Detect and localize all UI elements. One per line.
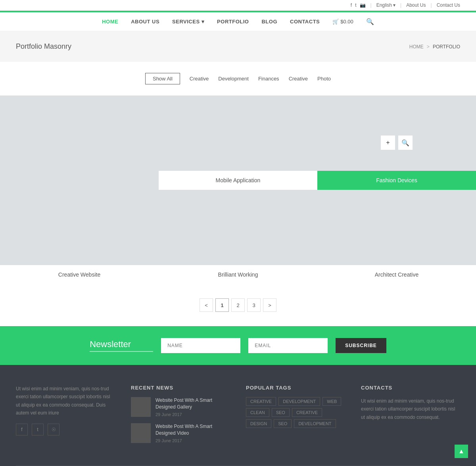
cart[interactable]: 🛒 $0.00 <box>332 19 353 25</box>
footer-recent-news-col: RECENT NEWS Website Post With A Smart De… <box>131 385 230 449</box>
newsletter-title: Newsletter <box>90 339 153 352</box>
divider2: | <box>400 2 401 8</box>
page-btn-2[interactable]: 2 <box>231 298 245 312</box>
news-date-2: 29 June 2017 <box>155 438 230 443</box>
filter-finances[interactable]: Finances <box>258 76 279 82</box>
overlay-search-btn[interactable]: 🔍 <box>398 136 413 150</box>
language-selector[interactable]: English ▾ <box>376 2 395 8</box>
subscribe-button[interactable]: SUBSCRIBE <box>336 338 386 353</box>
filter-creative-2[interactable]: Creative <box>289 76 308 82</box>
footer-contacts-title: CONTACTS <box>361 385 460 391</box>
scroll-top-button[interactable]: ▲ <box>455 445 468 458</box>
portfolio-label-green: Fashion Devices <box>317 171 476 190</box>
footer-tags-list: CREATIVE DEVELOPMENT WEB CLEAN SEO CREAT… <box>246 397 345 428</box>
cart-icon: 🛒 <box>332 19 339 25</box>
search-icon: 🔍 <box>401 139 409 147</box>
facebook-icon[interactable]: f <box>351 2 352 8</box>
tag-web[interactable]: WEB <box>322 397 341 406</box>
tag-clean[interactable]: CLEAN <box>246 408 269 417</box>
tag-creative-2[interactable]: CREATIVE <box>292 408 322 417</box>
overlay-plus-btn[interactable]: + <box>381 136 395 150</box>
breadcrumb-section: Portfolio Masonry HOME > PORTFOLIO <box>0 31 476 62</box>
footer-twitter-icon[interactable]: t <box>32 424 44 435</box>
tag-seo-2[interactable]: SEO <box>274 419 292 428</box>
filter-bar: Show All Creative Development Finances C… <box>0 62 476 95</box>
portfolio-item-brilliant-working[interactable]: Brilliant Working <box>159 190 317 284</box>
footer-instagram-icon[interactable]: ☉ <box>48 424 60 435</box>
portfolio-item-creative-website[interactable]: Creative Website <box>0 95 159 284</box>
newsletter-section: Newsletter SUBSCRIBE <box>0 326 476 365</box>
pagination: < 1 2 3 > <box>0 284 476 326</box>
footer-facebook-icon[interactable]: f <box>16 424 28 435</box>
portfolio-image <box>317 190 476 265</box>
news-item-1: Website Post With A Smart Designed Galle… <box>131 397 230 417</box>
page-btn-3[interactable]: 3 <box>247 298 261 312</box>
news-date-1: 29 June 2017 <box>155 412 230 417</box>
portfolio-item-fashion-devices[interactable]: + 🔍 Fashion Devices <box>317 95 476 190</box>
news-item-2: Website Post With A Smart Designed Video… <box>131 423 230 443</box>
news-title-2[interactable]: Website Post With A Smart Designed Video <box>155 423 230 437</box>
twitter-icon[interactable]: t <box>355 2 356 8</box>
newsletter-name-input[interactable] <box>161 338 240 353</box>
nav-home[interactable]: HOME <box>102 19 118 25</box>
news-thumb-2 <box>131 423 151 443</box>
breadcrumb-current: PORTFOLIO <box>433 44 460 50</box>
footer: Ut wisi enim ad minim veniam, quis nos-t… <box>0 365 476 466</box>
portfolio-item-architect-creative[interactable]: Architect Creative <box>317 190 476 284</box>
news-title-1[interactable]: Website Post With A Smart Designed Galle… <box>155 397 230 411</box>
footer-tags-col: POPULAR TAGS CREATIVE DEVELOPMENT WEB CL… <box>246 385 345 449</box>
language-label: English <box>376 2 392 8</box>
news-thumb-1 <box>131 397 151 417</box>
top-bar: f t 📷 | English ▾ | About Us | Contact U… <box>0 0 476 11</box>
tag-creative-1[interactable]: CREATIVE <box>246 397 276 406</box>
footer-contacts-col: CONTACTS Ut wisi enim ad minim veniam, q… <box>361 385 460 449</box>
portfolio-image: + 🔍 <box>317 95 476 171</box>
nav-contacts[interactable]: CONTACTS <box>290 19 320 25</box>
filter-photo[interactable]: Photo <box>317 76 331 82</box>
chevron-down-icon: ▾ <box>202 19 205 25</box>
divider: | <box>370 2 372 8</box>
breadcrumb: HOME > PORTFOLIO <box>409 44 460 50</box>
prev-page-btn[interactable]: < <box>200 298 213 312</box>
main-nav: HOME ABOUT US SERVICES ▾ PORTFOLIO BLOG … <box>0 12 476 31</box>
footer-recent-news-title: RECENT NEWS <box>131 385 230 391</box>
portfolio-label: Mobile Application <box>159 171 317 190</box>
cart-total: $0.00 <box>340 19 353 25</box>
footer-about-text: Ut wisi enim ad minim veniam, quis nos-t… <box>16 385 115 417</box>
social-links: f t 📷 <box>351 2 366 8</box>
divider3: | <box>431 2 432 8</box>
portfolio-image <box>0 95 159 265</box>
tag-design[interactable]: DESIGN <box>246 419 271 428</box>
portfolio-item-mobile-app[interactable]: Mobile Application <box>159 95 317 190</box>
about-us-toplink[interactable]: About Us <box>406 2 426 8</box>
portfolio-overlay: + 🔍 <box>381 136 413 150</box>
filter-creative-1[interactable]: Creative <box>190 76 209 82</box>
page-title: Portfolio Masonry <box>16 42 71 51</box>
nav-services[interactable]: SERVICES ▾ <box>172 19 204 25</box>
newsletter-email-input[interactable] <box>248 338 328 353</box>
footer-about-col: Ut wisi enim ad minim veniam, quis nos-t… <box>16 385 115 449</box>
tag-seo-1[interactable]: SEO <box>272 408 290 417</box>
footer-grid: Ut wisi enim ad minim veniam, quis nos-t… <box>16 385 460 449</box>
footer-contacts-text: Ut wisi enim ad minim veniam, quis nos-t… <box>361 397 460 421</box>
chevron-down-icon: ▾ <box>393 2 395 8</box>
footer-social: f t ☉ <box>16 424 115 435</box>
tag-development-2[interactable]: DEVELOPMENT <box>294 419 336 428</box>
filter-show-all[interactable]: Show All <box>145 73 180 84</box>
portfolio-label: Brilliant Working <box>159 265 317 284</box>
next-page-btn[interactable]: > <box>263 298 276 312</box>
breadcrumb-separator: > <box>427 44 430 50</box>
nav-portfolio[interactable]: PORTFOLIO <box>217 19 249 25</box>
page-btn-1[interactable]: 1 <box>215 298 229 312</box>
portfolio-grid: Creative Website Mobile Application + 🔍 … <box>0 95 476 284</box>
news-info-2: Website Post With A Smart Designed Video… <box>155 423 230 443</box>
breadcrumb-home[interactable]: HOME <box>409 44 424 50</box>
portfolio-image <box>159 190 317 265</box>
tag-development-1[interactable]: DEVELOPMENT <box>278 397 320 406</box>
nav-blog[interactable]: BLOG <box>261 19 277 25</box>
search-icon[interactable]: 🔍 <box>366 18 374 25</box>
contact-us-toplink[interactable]: Contact Us <box>437 2 460 8</box>
filter-development[interactable]: Development <box>218 76 249 82</box>
nav-about[interactable]: ABOUT US <box>131 19 159 25</box>
instagram-icon[interactable]: 📷 <box>360 2 366 8</box>
